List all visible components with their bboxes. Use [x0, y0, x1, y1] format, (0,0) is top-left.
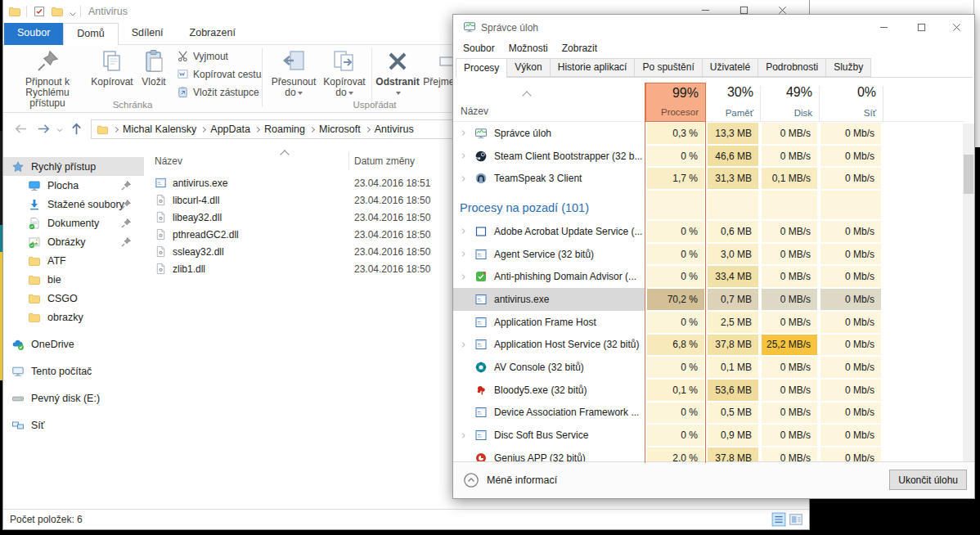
paste-button[interactable]: Vložit: [136, 47, 172, 88]
copy-path-button[interactable]: Kopírovat cestu: [177, 68, 261, 80]
process-name: Agent Service (32 bitů): [453, 243, 645, 266]
expand-chevron-icon[interactable]: [460, 432, 467, 439]
cell-value: 0 %: [647, 266, 704, 287]
tab-sdileni[interactable]: Sdílení: [119, 23, 177, 45]
scrollbar-thumb[interactable]: [964, 155, 973, 194]
green-process-icon: [474, 270, 488, 283]
sidebar-item-tento-po-ta-[interactable]: Tento počítač: [3, 362, 144, 380]
cell-disk: 0 MB/s: [760, 288, 819, 311]
cell-value: 53,6 MB: [708, 380, 758, 401]
tab-procesy[interactable]: Procesy: [456, 58, 507, 78]
paste-shortcut-button[interactable]: Vložit zástupce: [177, 86, 259, 98]
tab-podrobnosti[interactable]: Podrobnosti: [757, 58, 826, 77]
process-row[interactable]: Device Association Framework ...0 %0,5 M…: [453, 402, 964, 425]
copy-to-button[interactable]: Kopírovat do: [319, 47, 370, 98]
copy-button[interactable]: Kopírovat: [88, 47, 136, 88]
sidebar-item-csgo[interactable]: CSGO: [3, 289, 144, 308]
column-header-cpu[interactable]: 99% Procesor: [645, 83, 706, 122]
tab-u-ivatel-[interactable]: Uživatelé: [702, 58, 758, 77]
menu-item-mo-nosti[interactable]: Možnosti: [509, 43, 548, 54]
thumbnail-view-icon[interactable]: [789, 512, 803, 527]
expand-chevron-icon[interactable]: [460, 341, 467, 348]
sidebar-item-dokumenty[interactable]: Dokumenty: [3, 214, 144, 232]
tab-v-kon[interactable]: Výkon: [506, 58, 550, 77]
scrollbar[interactable]: [963, 124, 974, 463]
sidebar-item-plocha[interactable]: Plocha: [3, 176, 144, 195]
tab-soubor[interactable]: Soubor: [4, 23, 63, 45]
up-icon[interactable]: [69, 121, 84, 137]
breadcrumb-segment[interactable]: Roaming: [264, 124, 305, 135]
tab-domu[interactable]: Domů: [63, 23, 118, 45]
breadcrumb-segment[interactable]: Microsoft: [319, 124, 361, 135]
expand-chevron-icon[interactable]: [460, 273, 467, 281]
tab-zobrazeni[interactable]: Zobrazení: [177, 23, 249, 45]
properties-icon[interactable]: [33, 5, 46, 18]
process-row[interactable]: Adobe Acrobat Update Service (...0 %0,6 …: [453, 220, 964, 243]
process-row[interactable]: Application Host Service (32 bitů)6,8 %3…: [453, 334, 964, 357]
less-info-toggle[interactable]: Méně informací: [463, 472, 557, 488]
process-row[interactable]: Správce úloh0,3 %13,3 MB0 MB/s0 Mb/s: [453, 122, 964, 145]
expand-chevron-icon[interactable]: [460, 152, 467, 160]
back-icon[interactable]: [13, 121, 29, 137]
process-row[interactable]: Steam Client Bootstrapper (32 b...0 %46,…: [453, 145, 964, 168]
process-row[interactable]: Agent Service (32 bitů)0 %3,0 MB0 MB/s0 …: [453, 243, 964, 266]
move-to-button[interactable]: Přesunout do: [268, 47, 319, 98]
maximize-button[interactable]: [903, 17, 939, 37]
process-row[interactable]: Disc Soft Bus Service0 %0,9 MB0 MB/s0 Mb…: [453, 424, 964, 447]
process-row[interactable]: Genius APP (32 bitů)2,0 %37,8 MB0 MB/s0 …: [453, 447, 964, 463]
minimize-button[interactable]: [865, 17, 901, 37]
tab-historie-aplikac-[interactable]: Historie aplikací: [550, 58, 636, 77]
column-header-network[interactable]: 0% Síť: [819, 83, 883, 122]
process-row[interactable]: TeamSpeak 3 Client1,7 %31,3 MB0,1 MB/s0 …: [453, 167, 964, 190]
process-name: AV Console (32 bitů): [453, 356, 645, 379]
breadcrumb-segment[interactable]: Antivirus: [375, 124, 414, 135]
cut-button[interactable]: Vyjmout: [177, 50, 228, 62]
menu-item-zobrazit[interactable]: Zobrazit: [562, 43, 597, 54]
tab-po-spu-t-n-[interactable]: Po spuštění: [634, 58, 702, 77]
cell-value: 0,3 %: [647, 123, 704, 144]
qat-customize-icon[interactable]: [68, 7, 78, 20]
sidebar-item-bie[interactable]: bie: [3, 270, 144, 289]
new-folder-icon[interactable]: [51, 5, 64, 18]
sidebar-item-obrazky[interactable]: obrazky: [3, 308, 144, 326]
breadcrumb-segment[interactable]: AppData: [210, 124, 250, 135]
column-header-disk[interactable]: 49% Disk: [760, 83, 819, 122]
forward-icon[interactable]: [36, 121, 52, 137]
expand-chevron-icon[interactable]: [460, 129, 467, 137]
cell-disk: 0 MB/s: [760, 265, 819, 288]
sidebar-item-onedrive[interactable]: OneDrive: [3, 335, 144, 353]
end-task-button[interactable]: Ukončit úlohu: [889, 470, 967, 490]
expand-chevron-icon[interactable]: [460, 175, 467, 182]
delete-button[interactable]: Odstranit: [373, 47, 422, 98]
details-view-icon[interactable]: [771, 512, 786, 527]
breadcrumb-segment[interactable]: Michal Kalensky: [123, 124, 196, 135]
close-button[interactable]: [938, 17, 974, 37]
av-process-icon: [474, 361, 488, 374]
sidebar-item-obr-zky[interactable]: Obrázky: [3, 232, 144, 251]
cell-value: 0 Mb/s: [820, 357, 881, 378]
column-header-date[interactable]: Datum změny: [354, 155, 415, 167]
history-dropdown-icon[interactable]: [56, 126, 64, 134]
sidebar-item-pevn-disk-e-[interactable]: Pevný disk (E:): [3, 389, 144, 407]
process-row[interactable]: Application Frame Host0 %2,5 MB0 MB/s0 M…: [453, 311, 964, 334]
process-row[interactable]: AV Console (32 bitů)0 %0,1 MB0 MB/s0 Mb/…: [453, 356, 964, 379]
column-header-name[interactable]: Název: [461, 106, 488, 117]
tab-slu-by[interactable]: Služby: [825, 58, 871, 77]
process-row[interactable]: antivirus.exe70,2 %0,7 MB0 MB/s0 Mb/s: [453, 288, 964, 311]
sidebar-item-sta-en-soubory[interactable]: Stažené soubory: [3, 195, 144, 214]
cell-value: 0,1 %: [647, 380, 704, 401]
process-row[interactable]: Anti-phishing Domain Advisor (...0 %33,4…: [453, 265, 964, 288]
menu-item-soubor[interactable]: Soubor: [463, 43, 495, 54]
expand-chevron-icon[interactable]: [460, 227, 467, 235]
cell-value: 0 %: [647, 357, 704, 378]
cell-cpu: 0,1 %: [645, 379, 706, 402]
sidebar-item-label: Dokumenty: [47, 218, 99, 229]
process-row[interactable]: Bloody5.exe (32 bitů)0,1 %53,6 MB0 MB/s0…: [453, 379, 964, 402]
taskmgr-tabs: ProcesyVýkonHistorie aplikacíPo spuštění…: [456, 59, 973, 78]
column-header-memory[interactable]: 30% Paměť: [706, 83, 760, 122]
column-header-name[interactable]: Název: [155, 155, 182, 167]
sidebar-item-rychl-p-stup[interactable]: Rychlý přístup: [3, 157, 144, 176]
sidebar-item-s-[interactable]: Síť: [3, 416, 144, 434]
expand-chevron-icon[interactable]: [460, 250, 467, 258]
sidebar-item-atf[interactable]: ATF: [3, 251, 144, 270]
